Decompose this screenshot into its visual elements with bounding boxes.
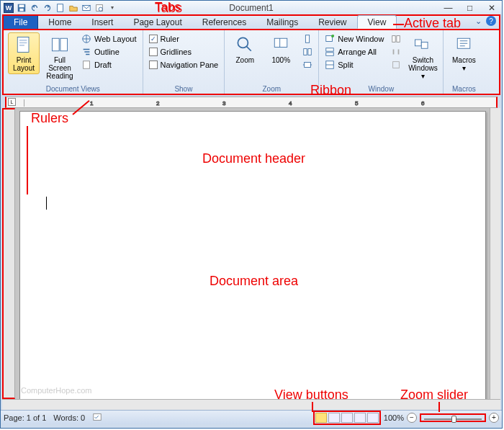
group-label-show: Show	[148, 84, 220, 94]
save-icon[interactable]	[17, 3, 27, 13]
svg-rect-27	[392, 36, 395, 42]
group-label-zoom: Zoom	[229, 84, 314, 94]
two-pages-button[interactable]	[301, 45, 314, 58]
email-icon[interactable]	[81, 3, 91, 13]
tab-insert[interactable]: Insert	[81, 16, 123, 29]
view-outline-button[interactable]	[354, 413, 366, 423]
new-window-label: New Window	[338, 35, 384, 43]
svg-rect-14	[84, 61, 90, 69]
outline-button[interactable]: Outline	[80, 45, 138, 58]
draft-button[interactable]: Draft	[80, 58, 138, 71]
print-layout-button[interactable]: Print Layout	[8, 32, 40, 74]
vertical-scrollbar[interactable]	[490, 108, 500, 399]
svg-rect-8	[19, 40, 27, 41]
proofing-icon[interactable]	[92, 412, 102, 424]
zoom-button[interactable]: Zoom	[229, 32, 261, 66]
svg-text:3: 3	[222, 100, 226, 107]
svg-text:4: 4	[289, 100, 292, 107]
print-layout-label: Print Layout	[10, 56, 37, 72]
status-page[interactable]: Page: 1 of 1	[4, 413, 46, 422]
view-draft-button[interactable]	[367, 413, 379, 423]
status-words[interactable]: Words: 0	[53, 413, 85, 422]
zoom-out-button[interactable]: −	[407, 413, 417, 423]
status-zoom-value[interactable]: 100%	[384, 413, 404, 422]
macros-button[interactable]: Macros ▾	[448, 32, 480, 74]
minimize-ribbon-icon[interactable]: ⌄	[475, 17, 482, 26]
page-width-button[interactable]	[301, 58, 314, 71]
svg-rect-10	[19, 45, 24, 46]
macros-label: Macros ▾	[450, 56, 477, 72]
synchronous-scroll-button[interactable]	[390, 45, 402, 58]
tab-mailings[interactable]: Mailings	[256, 16, 308, 29]
zoom-slider[interactable]	[420, 413, 486, 422]
view-print-layout-button[interactable]	[315, 413, 327, 423]
arrange-all-button[interactable]: Arrange All	[323, 45, 385, 58]
split-label: Split	[338, 61, 353, 69]
svg-rect-12	[60, 38, 68, 51]
view-side-by-side-button[interactable]	[390, 32, 402, 45]
redo-icon[interactable]	[42, 3, 53, 13]
tab-references[interactable]: References	[192, 16, 256, 29]
annotation-tabs-top: Tabs	[155, 1, 182, 16]
tab-review[interactable]: Review	[308, 16, 356, 29]
watermark: ComputerHope.com	[21, 386, 91, 395]
switch-windows-button[interactable]: Switch Windows ▾	[407, 32, 438, 82]
tab-page-layout[interactable]: Page Layout	[123, 16, 192, 29]
zoom-in-button[interactable]: +	[489, 413, 499, 423]
view-full-screen-button[interactable]	[328, 413, 340, 423]
svg-text:5: 5	[355, 100, 359, 107]
svg-text:2: 2	[156, 100, 160, 107]
svg-rect-3	[58, 4, 63, 12]
svg-rect-2	[19, 8, 23, 11]
full-screen-reading-button[interactable]: Full Screen Reading	[44, 32, 76, 82]
full-screen-reading-label: Full Screen Reading	[46, 56, 73, 80]
new-window-button[interactable]: New Window	[323, 32, 385, 45]
annotation-document-header: Document header	[202, 151, 305, 166]
horizontal-ruler[interactable]: L 1 2 3 4 5 6	[5, 97, 498, 108]
group-label-document-views: Document Views	[8, 84, 138, 94]
svg-rect-25	[326, 53, 334, 55]
zoom-100-button[interactable]: 100%	[265, 32, 297, 66]
new-doc-icon[interactable]	[55, 3, 66, 13]
tab-home[interactable]: Home	[38, 16, 81, 29]
web-layout-button[interactable]: Web Layout	[80, 32, 138, 45]
split-button[interactable]: Split	[323, 58, 385, 71]
group-label-macros: Macros	[448, 84, 480, 94]
print-preview-icon[interactable]	[94, 3, 104, 13]
annotation-view-buttons: View buttons	[274, 388, 348, 403]
navigation-pane-checkbox[interactable]: Navigation Pane	[148, 58, 220, 71]
word-app-icon: W	[4, 3, 14, 13]
tab-selector-icon[interactable]: L	[8, 98, 16, 106]
annotation-ribbon: Ribbon	[310, 83, 351, 98]
quick-access-toolbar: W ▾	[1, 3, 117, 13]
ruler-checkbox[interactable]: ✓ Ruler	[148, 32, 220, 45]
undo-icon[interactable]	[30, 3, 40, 13]
vertical-ruler[interactable]	[2, 108, 15, 399]
one-page-button[interactable]	[301, 32, 314, 45]
svg-rect-16	[275, 38, 288, 47]
group-macros: Macros ▾ Macros	[444, 30, 484, 94]
svg-rect-17	[280, 38, 281, 47]
gridlines-checkbox[interactable]: Gridlines	[148, 45, 220, 58]
svg-rect-18	[306, 35, 310, 43]
navigation-pane-label: Navigation Pane	[161, 61, 219, 69]
word-window: W ▾ Document1	[0, 0, 503, 429]
svg-point-15	[238, 37, 248, 48]
help-icon[interactable]: ?	[486, 16, 496, 26]
reset-window-position-button[interactable]	[390, 58, 402, 71]
tab-view[interactable]: View	[357, 15, 397, 29]
svg-rect-11	[53, 38, 60, 51]
close-button[interactable]: ✕	[480, 1, 502, 14]
open-doc-icon[interactable]	[68, 3, 78, 13]
view-web-layout-button[interactable]	[341, 413, 353, 423]
svg-rect-29	[393, 62, 400, 68]
checkbox-empty-icon	[149, 48, 158, 56]
maximize-button[interactable]: □	[459, 1, 480, 14]
gridlines-label: Gridlines	[161, 48, 192, 56]
annotation-rulers: Rulers	[31, 111, 68, 126]
tab-file[interactable]: File	[4, 16, 38, 29]
window-controls: — □ ✕	[437, 1, 502, 14]
qat-dropdown-icon[interactable]: ▾	[107, 3, 117, 13]
zoom-slider-handle[interactable]	[451, 416, 456, 423]
minimize-button[interactable]: —	[437, 1, 459, 14]
